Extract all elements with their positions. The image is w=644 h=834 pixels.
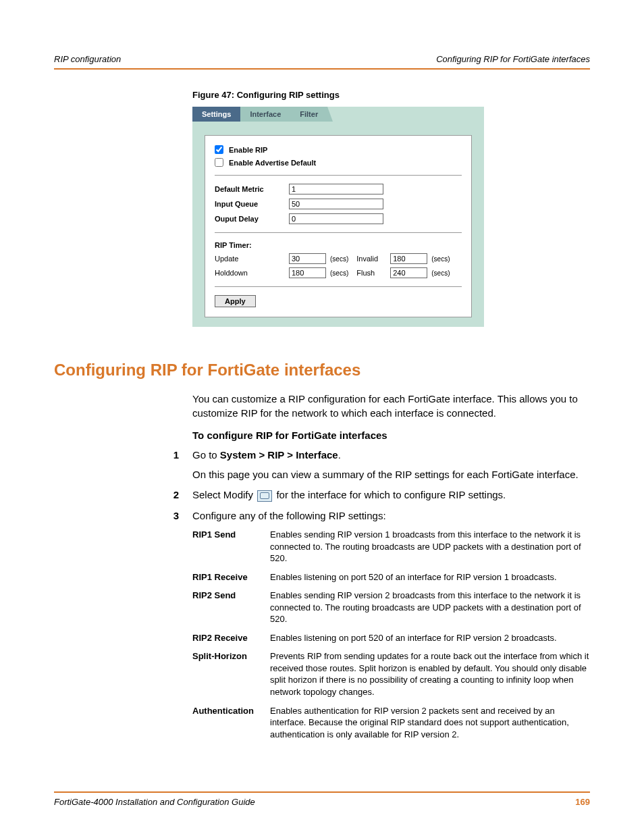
enable-rip-label: Enable RIP	[229, 146, 267, 154]
default-metric-label: Default Metric	[215, 185, 289, 193]
modify-icon	[257, 490, 272, 502]
def-rip2-receive: RIP2 Receive Enables listening on port 5…	[192, 632, 590, 644]
update-label: Update	[215, 255, 289, 263]
step-2-text-b: for the interface for which to configure…	[273, 489, 506, 500]
rip-settings-screenshot: Settings Interface Filter Enable RIP Ena…	[192, 107, 484, 327]
step-3-text: Configure any of the following RIP setti…	[192, 509, 590, 524]
def-rip1-receive: RIP1 Receive Enables listening on port 5…	[192, 571, 590, 583]
section-heading: Configuring RIP for FortiGate interfaces	[54, 361, 590, 380]
flush-input[interactable]	[390, 267, 427, 278]
figure-caption: Figure 47: Configuring RIP settings	[192, 90, 590, 100]
step-2: 2 Select Modify for the interface for wh…	[54, 488, 590, 503]
tab-settings[interactable]: Settings	[192, 107, 240, 122]
step-1-path: System > RIP > Interface	[220, 449, 338, 461]
output-delay-input[interactable]	[289, 213, 383, 224]
holddown-input[interactable]	[289, 267, 326, 278]
flush-label: Flush	[356, 269, 390, 277]
page-footer: FortiGate-4000 Installation and Configur…	[54, 791, 590, 807]
step-1-text-a: Go to	[192, 449, 220, 461]
input-queue-label: Input Queue	[215, 200, 289, 208]
holddown-unit: (secs)	[330, 269, 348, 277]
holddown-label: Holddown	[215, 269, 289, 277]
def-split-horizon: Split-Horizon Prevents RIP from sending …	[192, 650, 590, 698]
tab-filter[interactable]: Filter	[290, 107, 327, 122]
step-2-text-a: Select Modify	[192, 489, 256, 500]
update-input[interactable]	[289, 253, 326, 264]
step-3-number: 3	[54, 509, 192, 524]
invalid-unit: (secs)	[431, 255, 450, 263]
input-queue-input[interactable]	[289, 199, 383, 209]
invalid-label: Invalid	[356, 255, 390, 263]
tab-bar: Settings Interface Filter	[192, 107, 484, 122]
def-authentication: Authentication Enables authentication fo…	[192, 705, 590, 741]
invalid-input[interactable]	[390, 253, 427, 264]
def-rip1-send: RIP1 Send Enables sending RIP version 1 …	[192, 529, 590, 565]
header-left: RIP configuration	[54, 54, 121, 64]
step-1-sub: On this page you can view a summary of t…	[192, 467, 590, 483]
step-1: 1 Go to System > RIP > Interface. On thi…	[54, 448, 590, 482]
output-delay-label: Ouput Delay	[215, 215, 289, 223]
apply-button[interactable]: Apply	[215, 295, 256, 307]
tab-interface[interactable]: Interface	[240, 107, 290, 122]
footer-left: FortiGate-4000 Installation and Configur…	[54, 797, 255, 807]
step-2-number: 2	[54, 488, 192, 503]
def-rip2-send: RIP2 Send Enables sending RIP version 2 …	[192, 590, 590, 625]
step-3: 3 Configure any of the following RIP set…	[54, 509, 590, 524]
settings-panel: Enable RIP Enable Advertise Default Defa…	[205, 135, 472, 317]
enable-rip-checkbox[interactable]	[215, 145, 223, 154]
procedure-heading: To configure RIP for FortiGate interface…	[192, 429, 590, 441]
page-header: RIP configuration Configuring RIP for Fo…	[54, 54, 590, 70]
enable-advertise-default-checkbox[interactable]	[215, 158, 223, 167]
footer-page-number: 169	[575, 797, 590, 807]
step-1-text-c: .	[338, 449, 341, 461]
step-1-number: 1	[54, 448, 192, 482]
intro-paragraph: You can customize a RIP configuration fo…	[192, 392, 590, 420]
enable-advertise-default-label: Enable Advertise Default	[229, 159, 316, 167]
update-unit: (secs)	[330, 255, 348, 263]
definitions-list: RIP1 Send Enables sending RIP version 1 …	[192, 529, 590, 740]
flush-unit: (secs)	[431, 269, 450, 277]
default-metric-input[interactable]	[289, 184, 383, 194]
rip-timer-heading: RIP Timer:	[215, 241, 462, 249]
header-right: Configuring RIP for FortiGate interfaces	[436, 54, 590, 64]
